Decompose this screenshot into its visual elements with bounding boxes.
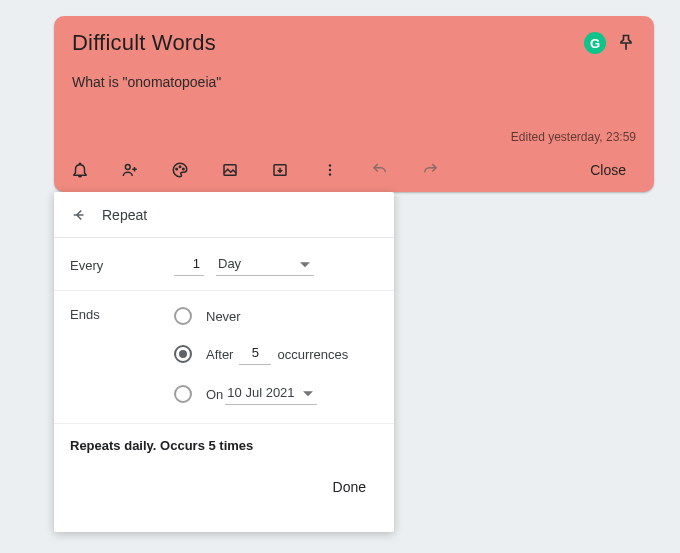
note-title-row: Difficult Words G [72, 30, 636, 56]
radio-never[interactable] [174, 307, 192, 325]
svg-point-3 [183, 168, 185, 170]
archive-icon[interactable] [270, 160, 290, 180]
note-card: Difficult Words G What is "onomatopoeia"… [54, 16, 654, 192]
note-body[interactable]: What is "onomatopoeia" [72, 74, 636, 90]
every-label: Every [70, 258, 174, 273]
note-title[interactable]: Difficult Words [72, 30, 576, 56]
after-label: After [206, 347, 233, 362]
repeat-summary: Repeats daily. Occurs 5 times [54, 424, 394, 465]
ends-never-row[interactable]: Never [174, 307, 378, 325]
note-toolbar: Close [54, 148, 654, 192]
svg-point-2 [179, 166, 181, 168]
occurrences-label: occurrences [277, 347, 348, 362]
pin-icon[interactable] [616, 33, 636, 53]
on-label: On [206, 387, 223, 402]
every-value-input[interactable] [174, 254, 204, 276]
ends-options: Never After occurrences On 10 Jul 2021 [174, 307, 378, 423]
palette-icon[interactable] [170, 160, 190, 180]
svg-point-1 [176, 168, 178, 170]
svg-point-8 [329, 173, 331, 175]
after-value-input[interactable] [239, 343, 271, 365]
repeat-popover: Repeat Every Day Ends Never After occurr… [54, 192, 394, 532]
repeat-title: Repeat [102, 207, 147, 223]
svg-rect-4 [224, 165, 236, 176]
ends-block: Ends Never After occurrences On 10 Jul 2… [54, 291, 394, 424]
more-icon[interactable] [320, 160, 340, 180]
image-icon[interactable] [220, 160, 240, 180]
edited-label: Edited yesterday, 23:59 [511, 130, 636, 144]
svg-point-0 [125, 165, 130, 170]
collaborator-icon[interactable] [120, 160, 140, 180]
on-date-label: 10 Jul 2021 [227, 385, 294, 400]
redo-icon[interactable] [420, 160, 440, 180]
every-row: Every Day [54, 238, 394, 291]
svg-point-7 [329, 169, 331, 171]
ends-on-row[interactable]: On 10 Jul 2021 [174, 383, 378, 405]
never-label: Never [206, 309, 241, 324]
reminder-icon[interactable] [70, 160, 90, 180]
chevron-down-icon [300, 262, 310, 267]
chevron-down-icon [303, 391, 313, 396]
undo-icon[interactable] [370, 160, 390, 180]
radio-on[interactable] [174, 385, 192, 403]
repeat-footer: Done [54, 465, 394, 519]
every-unit-select[interactable]: Day [216, 254, 314, 276]
done-button[interactable]: Done [321, 471, 378, 503]
radio-after[interactable] [174, 345, 192, 363]
close-button[interactable]: Close [580, 156, 636, 184]
on-date-select[interactable]: 10 Jul 2021 [225, 383, 316, 405]
svg-point-6 [329, 164, 331, 166]
repeat-header: Repeat [54, 192, 394, 238]
ends-label: Ends [70, 307, 174, 423]
ends-after-row[interactable]: After occurrences [174, 343, 378, 365]
grammarly-icon[interactable]: G [584, 32, 606, 54]
every-unit-label: Day [218, 256, 241, 271]
back-icon[interactable] [66, 202, 92, 228]
